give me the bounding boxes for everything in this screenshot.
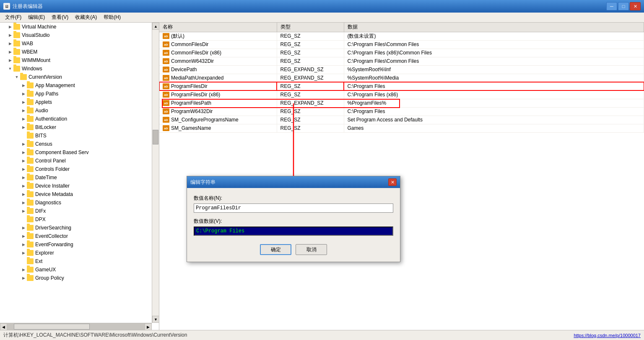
reg-type-cell: REG_SZ: [277, 90, 344, 99]
folder-icon: [27, 116, 34, 122]
menu-file[interactable]: 文件(F): [2, 13, 25, 22]
reg-type-icon: ab: [163, 92, 169, 98]
dialog-ok-button[interactable]: 确定: [260, 244, 291, 255]
tree-item-app-management[interactable]: ▶ App Management: [20, 81, 159, 90]
tree-item-audio[interactable]: ▶ Audio: [20, 106, 159, 115]
tree-label: App Paths: [35, 91, 58, 97]
dialog-cancel-button[interactable]: 取消: [296, 244, 327, 255]
scroll-down-btn[interactable]: ▼: [152, 316, 159, 323]
tree-item-applets[interactable]: ▶ Applets: [20, 98, 159, 106]
table-row[interactable]: abProgramFilesDir (x86)REG_SZC:\Program …: [159, 90, 644, 99]
table-row[interactable]: abCommonW6432DirREG_SZC:\Program Files\C…: [159, 57, 644, 65]
tree-item-wab[interactable]: ▶ WAB: [7, 39, 159, 48]
tree-item-event-forwarding[interactable]: ▶ EventForwarding: [20, 240, 159, 249]
tree-item-ext[interactable]: Ext: [20, 257, 159, 265]
expand-icon: ▶: [20, 250, 27, 256]
scroll-up-btn[interactable]: ▲: [152, 23, 159, 30]
table-row[interactable]: abDevicePathREG_EXPAND_SZ%SystemRoot%\In…: [159, 65, 644, 74]
tree-item-component-based-serv[interactable]: ▶ Component Based Serv: [20, 148, 159, 157]
table-row[interactable]: abCommonFilesDirREG_SZC:\Program Files\C…: [159, 40, 644, 49]
reg-name-cell: abCommonFilesDir (x86): [159, 49, 277, 57]
tree-label: Group Policy: [35, 275, 64, 281]
minimize-button[interactable]: ─: [606, 2, 617, 10]
table-row[interactable]: abProgramFilesPathREG_EXPAND_SZ%ProgramF…: [159, 99, 644, 107]
tree-item-bitlocker[interactable]: ▶ BitLocker: [20, 123, 159, 131]
menu-favorites[interactable]: 收藏夹(A): [72, 13, 100, 22]
tree-label: Ext: [35, 258, 42, 264]
tree-item-app-paths[interactable]: ▶ App Paths: [20, 90, 159, 98]
tree-item-diagnostics[interactable]: ▶ Diagnostics: [20, 198, 159, 207]
reg-type-icon: ab: [163, 58, 169, 64]
tree-item-census[interactable]: ▶ Census: [20, 140, 159, 148]
reg-type-cell: REG_SZ: [277, 107, 344, 116]
tree-item-datetime[interactable]: ▶ DateTime: [20, 173, 159, 182]
tree-item-driver-searching[interactable]: ▶ DriverSearching: [20, 224, 159, 232]
tree-label: VisualStudio: [22, 32, 50, 38]
reg-data-cell: %ProgramFiles%: [344, 99, 644, 107]
tree-item-device-installer[interactable]: ▶ Device Installer: [20, 182, 159, 190]
tree-item-dpx[interactable]: DPX: [20, 215, 159, 224]
table-row[interactable]: abCommonFilesDir (x86)REG_SZC:\Program F…: [159, 49, 644, 57]
tree-item-group-policy[interactable]: ▶ Group Policy: [20, 274, 159, 282]
tree-item-authentication[interactable]: ▶ Authentication: [20, 115, 159, 123]
tree-item-device-metadata[interactable]: ▶ Device Metadata: [20, 190, 159, 198]
dialog-name-label: 数值名称(N):: [194, 195, 393, 202]
close-button[interactable]: ✕: [630, 2, 641, 10]
tree-item-wbem[interactable]: ▶ WBEM: [7, 48, 159, 56]
menu-view[interactable]: 查看(V): [48, 13, 72, 22]
status-url: https://blog.csdn.me/p/10000017: [574, 333, 641, 338]
folder-icon: [27, 225, 34, 231]
status-path: 计算机\HKEY_LOCAL_MACHINE\SOFTWARE\Microsof…: [3, 332, 574, 339]
reg-name-cell: abCommonW6432Dir: [159, 57, 277, 65]
tree-item-controls-folder[interactable]: ▶ Controls Folder: [20, 165, 159, 173]
table-row[interactable]: abProgramFilesDirREG_SZC:\Program Files: [159, 82, 644, 90]
menu-help[interactable]: 帮助(H): [100, 13, 124, 22]
tree-label: DPX: [35, 216, 46, 222]
menu-edit[interactable]: 编辑(E): [25, 13, 48, 22]
tree-label: Diagnostics: [35, 200, 61, 206]
tree-item-gameux[interactable]: ▶ GameUX: [20, 265, 159, 274]
window-controls: ─ □ ✕: [606, 2, 641, 10]
v-scroll-thumb[interactable]: [153, 130, 158, 144]
tree-item-visualstudio[interactable]: ▶ VisualStudio: [7, 31, 159, 39]
tree-item-windows[interactable]: ▼ Windows: [7, 64, 159, 73]
h-scroll-thumb[interactable]: [14, 324, 89, 330]
table-row[interactable]: abSM_GamesNameREG_SZGames: [159, 124, 644, 132]
tree-label: WIMMMount: [22, 57, 50, 63]
reg-name-cell: abCommonFilesDir: [159, 40, 277, 49]
tree-label: DateTime: [35, 175, 57, 180]
dialog-name-input[interactable]: [194, 203, 393, 213]
h-scroll-track[interactable]: [7, 323, 145, 330]
tree-item-bits[interactable]: BITS: [20, 131, 159, 140]
table-row[interactable]: abMediaPathUnexpandedREG_EXPAND_SZ%Syste…: [159, 74, 644, 82]
reg-type-cell: REG_SZ: [277, 40, 344, 49]
tree-label: Census: [35, 141, 52, 147]
scroll-left-btn[interactable]: ◀: [0, 323, 7, 330]
v-scroll-track[interactable]: [152, 30, 159, 316]
table-row[interactable]: abSM_ConfigureProgramsNameREG_SZSet Prog…: [159, 116, 644, 124]
dialog-close-button[interactable]: ✕: [388, 178, 397, 186]
reg-type-cell: REG_SZ: [277, 32, 344, 40]
folder-icon: [27, 99, 34, 105]
tree-item-control-panel[interactable]: ▶ Control Panel: [20, 157, 159, 165]
tree-item-currentversion[interactable]: ▼ CurrentVersion: [13, 73, 159, 81]
expand-icon: ▶: [7, 49, 13, 55]
folder-icon: [13, 41, 20, 46]
maximize-button[interactable]: □: [618, 2, 629, 10]
reg-type-cell: REG_SZ: [277, 49, 344, 57]
table-row[interactable]: ab(默认)REG_SZ(数值未设置): [159, 32, 644, 40]
dialog-data-input[interactable]: [194, 227, 393, 236]
dialog-buttons: 确定 取消: [194, 244, 393, 255]
folder-icon: [27, 158, 34, 164]
tree-item-difx[interactable]: ▶ DIFx: [20, 207, 159, 215]
tree-item-explorer[interactable]: ▶ Explorer: [20, 249, 159, 257]
tree-item-event-collector[interactable]: ▶ EventCollector: [20, 232, 159, 240]
reg-type-icon: ab: [163, 83, 169, 89]
tree-item-virtual-machine[interactable]: ▶ Virtual Machine: [7, 23, 159, 31]
folder-icon: [27, 124, 34, 130]
expand-icon: ▶: [20, 266, 27, 273]
table-row[interactable]: abProgramW6432DirREG_SZC:\Program Files: [159, 107, 644, 116]
folder-icon: [27, 175, 34, 180]
tree-item-wimmount[interactable]: ▶ WIMMMount: [7, 56, 159, 64]
scroll-right-btn[interactable]: ▶: [145, 323, 152, 330]
